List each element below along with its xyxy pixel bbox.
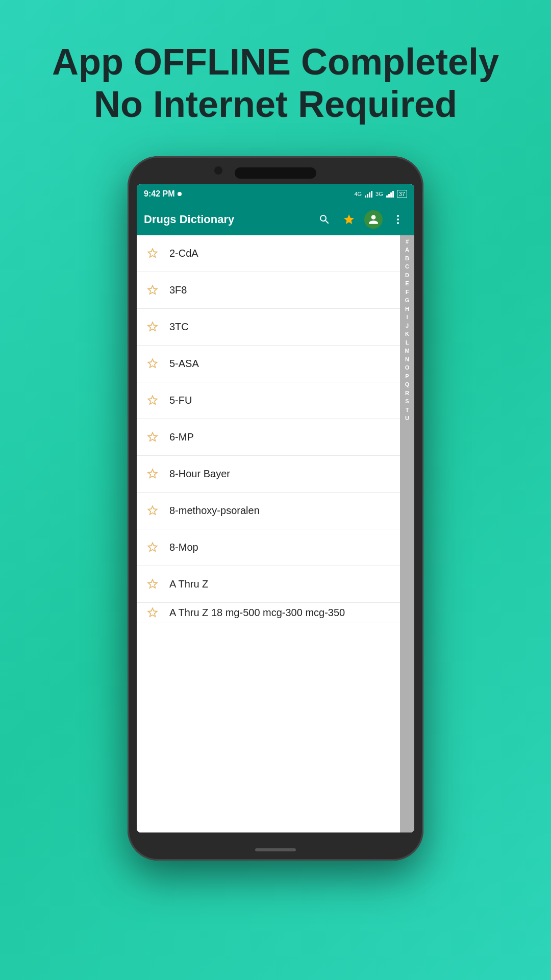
star-empty-icon (146, 467, 159, 480)
star-toggle-5[interactable] (144, 428, 161, 446)
search-button[interactable] (315, 210, 334, 229)
drug-name-9: A Thru Z (169, 578, 208, 590)
alpha-letter-p[interactable]: P (400, 372, 414, 381)
alpha-letter-e[interactable]: E (400, 279, 414, 288)
star-empty-icon (146, 247, 159, 260)
alpha-letter-a[interactable]: A (400, 246, 414, 254)
phone-camera (214, 166, 222, 175)
star-toggle-3[interactable] (144, 355, 161, 372)
star-toggle-1[interactable] (144, 281, 161, 299)
alpha-letter-c[interactable]: C (400, 262, 414, 271)
alpha-letter-u[interactable]: U (400, 414, 414, 423)
list-item-partial[interactable]: A Thru Z 18 mg-500 mcg-300 mcg-350 (137, 603, 400, 623)
network-4g-label: 4G (354, 191, 362, 197)
alpha-letter-l[interactable]: L (400, 338, 414, 347)
star-empty-icon (146, 394, 159, 407)
alpha-letter-hash[interactable]: # (400, 237, 414, 246)
alpha-letter-m[interactable]: M (400, 347, 414, 355)
list-item[interactable]: 6-MP (137, 419, 400, 456)
phone-screen: 9:42 PM 4G 3G (137, 184, 414, 832)
star-empty-icon (146, 283, 159, 297)
star-toggle-9[interactable] (144, 575, 161, 593)
list-item[interactable]: 8-Hour Bayer (137, 456, 400, 493)
star-toggle-8[interactable] (144, 538, 161, 556)
drug-name-8: 8-Mop (169, 542, 198, 553)
alpha-letter-b[interactable]: B (400, 254, 414, 263)
drug-name-7: 8-methoxy-psoralen (169, 505, 260, 517)
alpha-letter-j[interactable]: J (400, 322, 414, 330)
list-area: 2-CdA 3F8 3TC (137, 235, 414, 832)
alpha-letter-t[interactable]: T (400, 406, 414, 414)
drug-name-2: 3TC (169, 321, 189, 333)
alpha-letter-q[interactable]: Q (400, 380, 414, 389)
alpha-letter-h[interactable]: H (400, 305, 414, 313)
drug-name-3: 5-ASA (169, 358, 199, 370)
star-toggle-7[interactable] (144, 502, 161, 519)
alpha-letter-d[interactable]: D (400, 271, 414, 280)
star-empty-icon (146, 577, 159, 591)
app-toolbar: Drugs Dictionary (137, 204, 414, 235)
star-empty-icon (146, 606, 159, 619)
star-empty-icon (146, 504, 159, 517)
star-toggle-10[interactable] (144, 604, 161, 621)
star-empty-icon (146, 320, 159, 333)
signal-3g-icon (386, 190, 394, 198)
star-toggle-2[interactable] (144, 318, 161, 335)
alpha-letter-g[interactable]: G (400, 296, 414, 305)
signal-4g-icon (365, 190, 372, 198)
alpha-letter-k[interactable]: K (400, 330, 414, 338)
status-time: 9:42 PM (144, 189, 182, 199)
alpha-letter-i[interactable]: I (400, 313, 414, 322)
list-item[interactable]: 5-ASA (137, 346, 400, 382)
star-empty-icon (146, 430, 159, 444)
alpha-letter-r[interactable]: R (400, 389, 414, 398)
list-item[interactable]: 5-FU (137, 382, 400, 419)
phone-mockup: 9:42 PM 4G 3G (128, 156, 423, 861)
alpha-letter-n[interactable]: N (400, 355, 414, 364)
list-item[interactable]: A Thru Z (137, 566, 400, 603)
status-bar: 9:42 PM 4G 3G (137, 184, 414, 204)
alpha-index-sidebar: # A B C D E F G H I J K L M N O P Q R S (400, 235, 414, 832)
star-filled-icon (343, 213, 355, 226)
drug-name-1: 3F8 (169, 284, 187, 296)
alpha-letter-f[interactable]: F (400, 288, 414, 297)
profile-button[interactable] (364, 210, 383, 229)
star-empty-icon (146, 357, 159, 370)
battery-level: 37 (399, 191, 405, 197)
app-title: Drugs Dictionary (144, 213, 309, 226)
star-toggle-0[interactable] (144, 244, 161, 262)
time-text: 9:42 PM (144, 189, 174, 199)
person-icon (368, 214, 379, 225)
list-item[interactable]: 2-CdA (137, 235, 400, 272)
headline-line2: No Internet Required (94, 84, 457, 125)
search-icon (318, 213, 331, 226)
alpha-letter-s[interactable]: S (400, 397, 414, 406)
list-item[interactable]: 8-Mop (137, 529, 400, 566)
status-icons: 4G 3G 37 (354, 190, 407, 198)
more-options-button[interactable] (389, 210, 407, 229)
network-3g-label: 3G (375, 191, 383, 197)
star-toggle-6[interactable] (144, 465, 161, 482)
drug-list: 2-CdA 3F8 3TC (137, 235, 400, 832)
drug-name-5: 6-MP (169, 431, 194, 443)
drug-name-0: 2-CdA (169, 248, 198, 259)
headline-line1: App OFFLINE Completely (52, 41, 499, 82)
star-empty-icon (146, 541, 159, 554)
drug-name-10: A Thru Z 18 mg-500 mcg-300 mcg-350 (169, 607, 345, 619)
promo-headline: App OFFLINE Completely No Internet Requi… (21, 41, 530, 126)
list-item[interactable]: 3F8 (137, 272, 400, 309)
star-toggle-4[interactable] (144, 391, 161, 409)
drug-name-4: 5-FU (169, 395, 192, 406)
favorites-button[interactable] (340, 210, 358, 229)
status-dot (178, 192, 182, 196)
alpha-letter-o[interactable]: O (400, 363, 414, 372)
list-item[interactable]: 3TC (137, 309, 400, 346)
phone-chin (255, 848, 296, 851)
phone-speaker (235, 167, 316, 179)
list-item[interactable]: 8-methoxy-psoralen (137, 493, 400, 529)
battery-icon: 37 (397, 190, 407, 198)
drug-name-6: 8-Hour Bayer (169, 468, 230, 480)
